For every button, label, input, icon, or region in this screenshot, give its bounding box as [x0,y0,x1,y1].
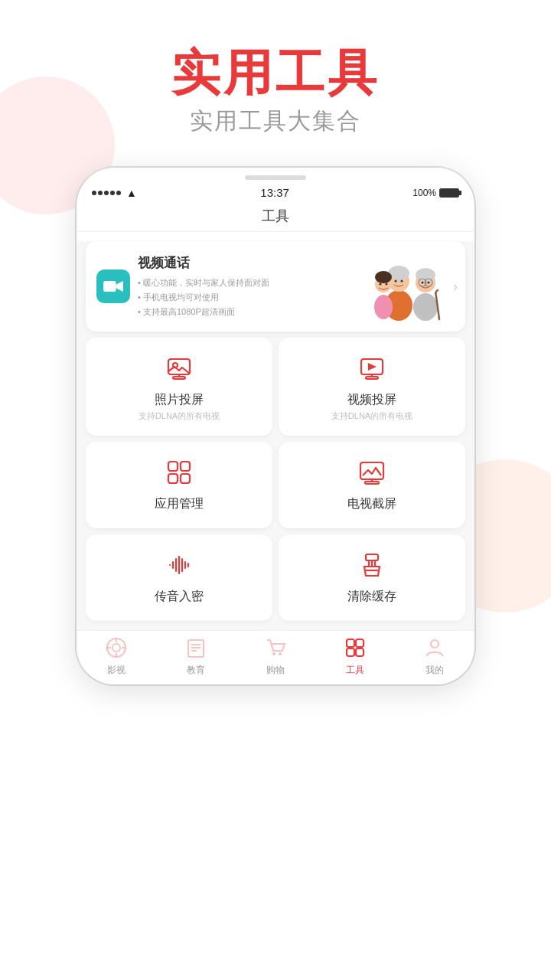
app-bar: 工具 [77,202,474,232]
svg-rect-33 [168,474,178,483]
svg-rect-46 [366,554,378,560]
wifi-icon: ▲ [126,187,137,199]
tools-grid: 照片投屏 支持DLNA的所有电视 视频投屏 [86,338,465,621]
banner-arrow: › [453,279,458,295]
bottom-nav: 影视 教育 [77,630,474,684]
battery-bar [439,188,459,198]
banner-text-block: 视频通话 • 暖心功能，实时与家人保持面对面 • 手机电视均可对使用 • 支持最… [138,254,357,318]
nav-label-mine: 我的 [425,664,444,677]
svg-rect-66 [356,648,364,656]
video-call-icon [96,270,130,303]
tv-screenshot-icon [358,459,386,490]
svg-rect-31 [168,462,178,471]
app-bar-title: 工具 [262,208,289,224]
photo-cast-icon [165,354,193,386]
video-cast-icon [358,354,386,386]
svg-point-4 [374,295,393,319]
banner-desc: • 暖心功能，实时与家人保持面对面 • 手机电视均可对使用 • 支持最高1080… [138,276,357,318]
user-icon [424,637,445,662]
status-right: 100% [412,188,459,198]
phone-notch-pill [245,175,306,180]
nav-item-shopping[interactable]: 购物 [236,637,315,677]
nav-label-shopping: 购物 [266,664,285,677]
grid-item-app-manage[interactable]: 应用管理 [86,442,272,528]
grid-item-video-cast[interactable]: 视频投屏 支持DLNA的所有电视 [279,338,465,436]
header: 实用工具 实用工具大集合 [0,0,551,152]
cart-icon [265,637,286,662]
grid-subtitle-video-cast: 支持DLNA的所有电视 [331,410,412,422]
app-manage-icon [165,459,193,490]
svg-point-15 [380,283,382,286]
status-left: ▲ [92,187,137,199]
nav-item-education[interactable]: 教育 [156,637,236,677]
battery-fill [440,189,458,197]
phone-content: 视频通话 • 暖心功能，实时与家人保持面对面 • 手机电视均可对使用 • 支持最… [77,241,474,684]
svg-point-13 [422,282,424,284]
grid-subtitle-photo-cast: 支持DLNA的所有电视 [139,410,220,422]
svg-point-3 [413,293,438,321]
sound-secret-icon [165,551,193,583]
svg-point-14 [428,282,430,284]
svg-rect-35 [360,462,383,479]
svg-point-12 [401,280,403,283]
svg-point-10 [375,271,392,283]
nav-label-tools: 工具 [346,664,364,677]
svg-point-61 [272,652,276,655]
grid-title-tv-screenshot: 电视截屏 [347,496,396,512]
grid-item-photo-cast[interactable]: 照片投屏 支持DLNA的所有电视 [86,338,272,436]
svg-point-16 [386,283,388,286]
svg-point-52 [112,644,120,652]
banner-illustration [357,252,448,321]
svg-point-62 [279,652,282,655]
banner-title: 视频通话 [138,254,357,272]
tools-nav-icon [344,637,366,662]
video-camera-svg [103,276,124,297]
battery-percent: 100% [412,188,436,198]
nav-label-movies: 影视 [107,664,126,677]
status-bar: ▲ 13:37 100% [77,183,474,202]
book-icon [185,637,207,662]
grid-title-app-manage: 应用管理 [155,496,204,512]
phone-notch-bar [77,168,474,183]
svg-rect-34 [181,474,190,483]
banner-card[interactable]: 视频通话 • 暖心功能，实时与家人保持面对面 • 手机电视均可对使用 • 支持最… [86,241,465,332]
status-time: 13:37 [260,186,289,199]
svg-marker-27 [368,363,377,371]
nav-item-tools[interactable]: 工具 [315,637,395,677]
svg-rect-64 [356,639,364,647]
grandparents-svg [357,252,448,321]
grid-item-sound-secret[interactable]: 传音入密 [86,534,272,621]
svg-rect-63 [347,639,354,647]
svg-rect-32 [181,462,190,471]
grid-title-photo-cast: 照片投屏 [155,392,204,408]
page-subtitle: 实用工具大集合 [0,106,551,137]
phone-mockup: ▲ 13:37 100% 工具 [77,168,474,684]
svg-rect-30 [366,377,378,379]
nav-label-education: 教育 [187,664,205,677]
nav-item-movies[interactable]: 影视 [77,637,156,677]
film-icon [106,637,127,662]
grid-title-video-cast: 视频投屏 [347,392,396,408]
svg-rect-25 [173,377,185,379]
svg-rect-65 [347,648,354,656]
page-title: 实用工具 [0,46,551,100]
svg-rect-0 [103,281,116,292]
phone-mockup-wrapper: ▲ 13:37 100% 工具 [0,168,551,684]
grid-title-sound-secret: 传音入密 [155,589,204,605]
signal-dots [92,191,121,195]
svg-marker-1 [116,281,123,292]
clear-cache-icon [358,551,386,583]
grid-item-clear-cache[interactable]: 清除缓存 [279,534,465,621]
grid-title-clear-cache: 清除缓存 [347,589,396,605]
svg-rect-38 [365,482,379,484]
svg-point-67 [431,640,439,648]
nav-item-mine[interactable]: 我的 [395,637,474,677]
svg-point-11 [395,280,397,283]
grid-item-tv-screenshot[interactable]: 电视截屏 [279,442,465,528]
